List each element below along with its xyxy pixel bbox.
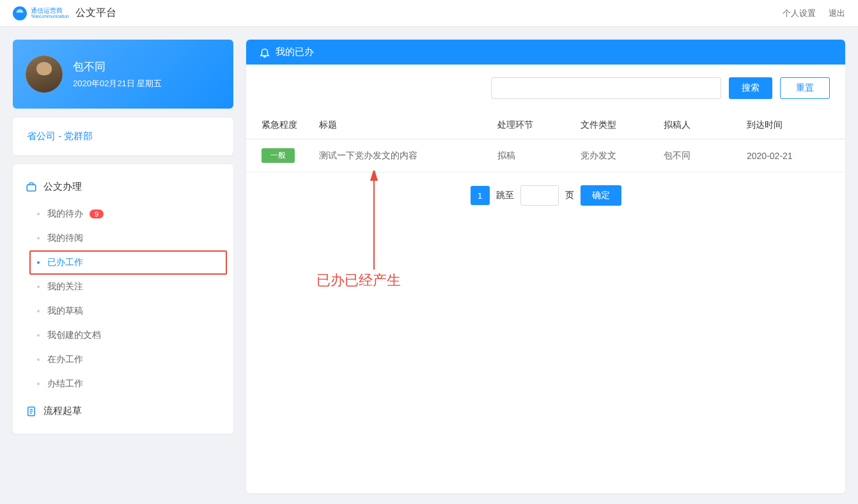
cell-title: 测试一下党办发文的内容 [319,150,497,162]
cell-author: 包不同 [664,150,747,162]
sidebar-item-label: 已办工作 [47,257,83,268]
col-type: 文件类型 [581,119,664,131]
content-panel: 我的已办 搜索 重置 紧急程度 标题 处理环节 文件类型 拟稿人 到达时间 一般… [246,40,845,493]
department-card: 省公司 - 党群部 [13,118,233,155]
nav-items: 我的待办 9 我的待阅 已办工作 我的关注 我的草稿 我创建的文档 [13,198,233,400]
cell-urgency: 一般 [261,148,319,163]
col-author: 拟稿人 [664,119,747,131]
logout-link[interactable]: 退出 [829,8,845,19]
badge: 9 [90,210,104,218]
logo: 通信运营商 Telecommunication 公文平台 [13,6,116,20]
personal-settings-link[interactable]: 个人设置 [783,8,816,19]
sidebar-item-label: 在办工作 [47,354,83,365]
section-documents[interactable]: 公文办理 [13,176,233,198]
search-row: 搜索 重置 [246,65,845,112]
logo-en: Telecommunication [31,14,69,19]
sidebar-item-label: 我的待办 [47,208,83,220]
cell-stage: 拟稿 [497,150,581,162]
sidebar-item-label: 我的待阅 [47,233,83,244]
content-header: 我的已办 [246,40,845,65]
annotation-text: 已办已经产生 [316,271,401,290]
search-input[interactable] [491,77,721,99]
sidebar-item-toread[interactable]: 我的待阅 [13,226,233,250]
top-header: 通信运营商 Telecommunication 公文平台 个人设置 退出 [0,0,858,27]
reset-button[interactable]: 重置 [780,77,830,99]
page-jump-input[interactable] [520,185,559,206]
sidebar-item-label: 我的关注 [47,281,83,293]
sidebar-item-label: 我创建的文档 [47,330,101,341]
col-arrive: 到达时间 [747,119,830,131]
logo-cn: 通信运营商 [31,8,69,14]
section-documents-label: 公文办理 [43,181,82,193]
table-row[interactable]: 一般 测试一下党办发文的内容 拟稿 党办发文 包不同 2020-02-21 [246,139,845,172]
sidebar-item-done[interactable]: 已办工作 [29,250,227,275]
page-confirm-button[interactable]: 确定 [581,185,621,206]
page-label: 页 [565,190,574,201]
department-text: 省公司 - 党群部 [27,130,93,141]
logo-text: 通信运营商 Telecommunication [31,8,69,19]
section-flow[interactable]: 流程起草 [13,400,233,422]
col-urgency: 紧急程度 [261,119,319,131]
table-head: 紧急程度 标题 处理环节 文件类型 拟稿人 到达时间 [246,112,845,139]
data-table: 紧急程度 标题 处理环节 文件类型 拟稿人 到达时间 一般 测试一下党办发文的内… [246,112,845,172]
document-icon [26,406,37,417]
user-date: 2020年02月21日 星期五 [73,78,162,89]
sidebar: 包不同 2020年02月21日 星期五 省公司 - 党群部 公文办理 我的待办 … [13,40,233,493]
content-title: 我的已办 [276,46,314,58]
header-nav-right: 个人设置 退出 [783,8,845,19]
search-button[interactable]: 搜索 [729,77,772,99]
sidebar-item-inprocess[interactable]: 在办工作 [13,347,233,372]
pagination: 1 跳至 页 确定 [246,172,845,218]
sidebar-item-label: 办结工作 [47,378,83,390]
urgency-tag: 一般 [261,148,295,163]
logo-icon [13,6,27,20]
svg-rect-0 [27,185,36,191]
user-name: 包不同 [73,59,162,74]
briefcase-icon [26,181,37,193]
col-stage: 处理环节 [497,119,581,131]
cell-arrive: 2020-02-21 [747,151,830,161]
user-card: 包不同 2020年02月21日 星期五 [13,40,233,109]
jump-label: 跳至 [496,190,514,201]
page-number-1[interactable]: 1 [471,186,490,205]
sidebar-item-follow[interactable]: 我的关注 [13,275,233,299]
sidebar-nav: 公文办理 我的待办 9 我的待阅 已办工作 我的关注 我的草稿 [13,164,233,434]
section-flow-label: 流程起草 [43,405,82,417]
sidebar-item-finished[interactable]: 办结工作 [13,372,233,396]
platform-title: 公文平台 [75,6,116,20]
sidebar-item-label: 我的草稿 [47,305,83,317]
sidebar-item-created[interactable]: 我创建的文档 [13,323,233,347]
cell-type: 党办发文 [581,150,664,162]
bell-icon [259,47,270,58]
sidebar-item-draft[interactable]: 我的草稿 [13,299,233,323]
col-title: 标题 [319,119,497,131]
avatar [26,56,63,93]
sidebar-item-todo[interactable]: 我的待办 9 [13,202,233,226]
